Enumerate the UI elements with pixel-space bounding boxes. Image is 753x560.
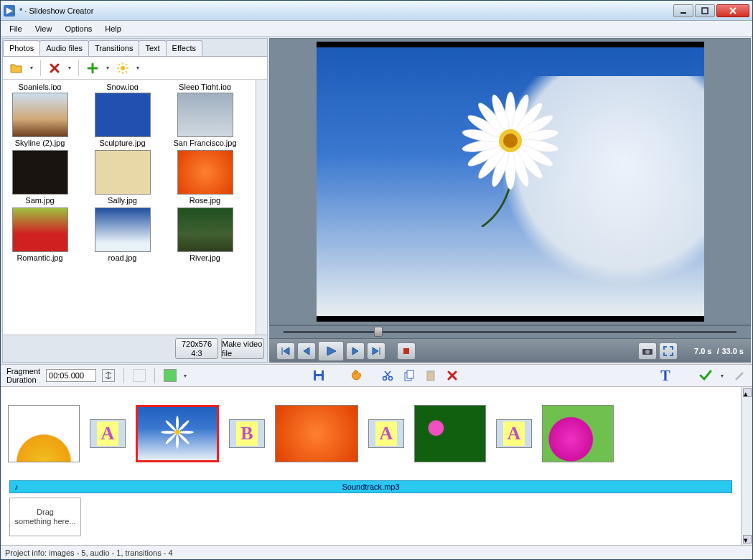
check-icon[interactable] — [698, 368, 714, 383]
paste-icon[interactable] — [423, 368, 439, 383]
separator — [78, 60, 79, 76]
fragment-duration-input[interactable]: 00:05.000 — [46, 369, 96, 382]
check-dropdown[interactable] — [719, 368, 725, 383]
thumb-label: Sleep Tight.jpg — [179, 83, 231, 90]
thumb-label: Snow.jpg — [106, 83, 139, 90]
make-video-button[interactable]: Make video file — [221, 338, 264, 359]
left-pane: Photos Audio files Transitions Text Effe… — [2, 38, 268, 363]
svg-rect-1 — [702, 8, 708, 14]
svg-point-53 — [164, 433, 177, 445]
snapshot-button[interactable] — [638, 342, 657, 360]
svg-rect-39 — [316, 370, 322, 374]
menu-view[interactable]: View — [29, 23, 58, 34]
svg-line-11 — [126, 64, 127, 65]
minimize-button[interactable] — [673, 4, 693, 17]
statusbar: Project info: images - 5, audio - 1, tra… — [1, 545, 752, 559]
timeline[interactable]: A B A A — [1, 387, 741, 480]
gallery-item[interactable]: Rose.jpg — [171, 150, 239, 205]
gallery-item[interactable]: Sam.jpg — [6, 150, 74, 205]
close-button[interactable] — [716, 4, 749, 17]
svg-point-4 — [121, 66, 125, 70]
face-dropdown[interactable] — [182, 368, 188, 383]
audio-track[interactable]: ♪ Soundtrack.mp3 — [9, 480, 732, 493]
menu-file[interactable]: File — [4, 23, 28, 34]
save-icon[interactable] — [311, 368, 327, 383]
prev-button[interactable] — [297, 342, 316, 360]
timeline-clip[interactable] — [8, 405, 80, 462]
tab-audio[interactable]: Audio files — [39, 40, 89, 56]
gallery-item[interactable]: Sally.jpg — [88, 150, 156, 205]
timeline-toolbar: FragmentDuration 00:05.000 T — [1, 364, 752, 387]
delete-clip-icon[interactable] — [444, 368, 460, 383]
svg-rect-46 — [429, 370, 433, 373]
svg-point-54 — [161, 431, 175, 434]
blank-box[interactable] — [133, 369, 146, 382]
delete-icon[interactable] — [47, 60, 62, 76]
svg-line-9 — [118, 64, 120, 65]
svg-rect-35 — [403, 348, 409, 354]
undo-icon[interactable] — [348, 368, 364, 383]
brush-icon[interactable] — [731, 368, 747, 383]
timecode: 7.0 s / 33.0 s — [694, 345, 744, 356]
delete-dropdown[interactable] — [67, 60, 73, 76]
gallery-item[interactable]: River.jpg — [171, 207, 239, 262]
play-button[interactable] — [318, 341, 344, 361]
playback-controls: 7.0 s / 33.0 s — [269, 338, 751, 363]
tab-photos[interactable]: Photos — [3, 40, 40, 56]
copy-icon[interactable] — [401, 368, 417, 383]
next-button[interactable] — [346, 342, 365, 360]
timeline-transition[interactable]: A — [368, 419, 404, 448]
tab-text[interactable]: Text — [139, 40, 166, 56]
face-thumb[interactable] — [164, 369, 177, 382]
thumb-label: San Francisco.jpg — [173, 139, 236, 147]
timeline-clip[interactable] — [414, 405, 486, 462]
svg-point-37 — [645, 350, 650, 354]
resolution-button[interactable]: 720x5764:3 — [175, 338, 218, 359]
status-text: Project info: images - 5, audio - 1, tra… — [5, 549, 173, 557]
timeline-transition[interactable]: A — [90, 419, 126, 448]
sun-icon[interactable] — [115, 60, 131, 76]
open-folder-icon[interactable] — [9, 60, 24, 76]
gallery-item[interactable]: San Francisco.jpg — [171, 93, 239, 147]
stop-button[interactable] — [397, 342, 416, 360]
gallery-item[interactable]: Sculpture.jpg — [88, 93, 156, 147]
preview-image — [317, 42, 704, 322]
thumb-label: Sally.jpg — [108, 196, 137, 205]
menu-options[interactable]: Options — [59, 23, 98, 34]
timeline-transition[interactable]: A — [496, 419, 532, 448]
seek-handle[interactable] — [374, 327, 383, 337]
add-icon[interactable] — [85, 60, 100, 76]
fullscreen-button[interactable] — [659, 342, 678, 360]
thumb-label: Sam.jpg — [25, 196, 54, 205]
photos-toolbar — [3, 57, 267, 80]
timeline-clip[interactable] — [275, 405, 358, 462]
gallery-item[interactable]: Romantic.jpg — [6, 207, 74, 262]
preview-area[interactable] — [269, 38, 751, 325]
last-button[interactable] — [367, 342, 385, 360]
sun-dropdown[interactable] — [135, 60, 141, 76]
open-dropdown[interactable] — [29, 60, 34, 76]
text-tool-icon[interactable]: T — [658, 368, 673, 383]
timeline-transition[interactable]: B — [229, 419, 265, 448]
gallery-item[interactable]: road.jpg — [88, 207, 156, 262]
gallery-scrollbar[interactable] — [256, 80, 267, 335]
svg-rect-40 — [316, 376, 322, 381]
seek-bar[interactable] — [269, 325, 751, 338]
timeline-clip-selected[interactable] — [136, 405, 219, 462]
gallery-item[interactable]: Skyline (2).jpg — [6, 93, 74, 147]
tab-transitions[interactable]: Transitions — [88, 40, 139, 56]
menu-help[interactable]: Help — [99, 23, 127, 34]
tab-effects[interactable]: Effects — [166, 40, 202, 56]
photo-gallery[interactable]: Spaniels.jpg Snow.jpg Sleep Tight.jpg Sk… — [3, 80, 256, 335]
maximize-button[interactable] — [695, 4, 715, 17]
add-dropdown[interactable] — [105, 60, 111, 76]
apply-icon[interactable] — [102, 369, 115, 382]
drop-zone[interactable]: Dragsomething here... — [9, 498, 81, 536]
svg-point-34 — [503, 134, 518, 148]
timeline-scrollbar[interactable]: ▴ ▾ — [741, 387, 752, 545]
first-button[interactable] — [276, 342, 295, 360]
svg-point-52 — [176, 434, 179, 449]
cut-icon[interactable] — [380, 368, 396, 383]
window-title: * · Slideshow Creator — [19, 6, 672, 15]
timeline-clip[interactable] — [542, 405, 614, 462]
